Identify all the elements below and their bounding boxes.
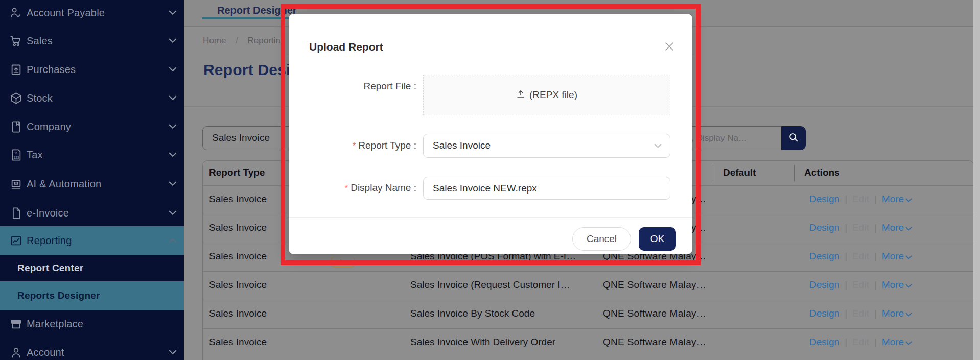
sidebar-item-tax[interactable]: %123 Tax: [0, 140, 184, 169]
book-bookmark-icon: [9, 120, 23, 134]
ok-button[interactable]: OK: [639, 227, 676, 251]
sidebar-item-reports-designer[interactable]: Reports Designer: [0, 281, 184, 310]
sidebar-item-marketplace[interactable]: Marketplace: [0, 310, 184, 338]
sidebar-item-company[interactable]: Company: [0, 112, 184, 141]
design-link[interactable]: Design: [809, 194, 839, 204]
cell-company: QNE Software Malay…: [603, 308, 706, 319]
design-link[interactable]: Design: [809, 337, 839, 347]
chevron-down-icon: [169, 67, 177, 72]
required-marker: *: [345, 183, 348, 193]
sidebar-item-account[interactable]: Account: [0, 338, 184, 360]
chevron-down-icon: [169, 210, 177, 215]
einv-badge: eInv: [331, 257, 355, 267]
cell-actions: Design|Edit|More: [809, 308, 912, 319]
more-link[interactable]: More: [882, 222, 912, 233]
cell-report-type: Sales Invoice: [209, 308, 267, 319]
design-link[interactable]: Design: [809, 308, 839, 319]
cancel-button[interactable]: Cancel: [572, 227, 631, 251]
upload-hint: (REPX file): [529, 89, 577, 101]
cell-display-name: Sales Invoice (Request Customer I…: [410, 279, 570, 291]
chevron-down-icon: [905, 279, 912, 283]
report-file-upload-dropzone[interactable]: (REPX file): [423, 75, 670, 115]
storefront-icon: [9, 317, 23, 331]
cell-report-type: Sales Invoice: [209, 194, 267, 205]
table-row: Sales Invoice Sales Invoice With Deliver…: [203, 328, 973, 357]
chevron-down-icon: [905, 251, 912, 255]
edit-link[interactable]: Edit: [852, 337, 869, 347]
clipboard-arrow-icon: [9, 63, 23, 77]
report-type-select[interactable]: Sales Invoice: [423, 134, 670, 158]
cell-display-name: Sales Invoice By Stock Code: [410, 308, 535, 319]
app-window: Account Payable Sales Purchases Stock Co…: [0, 0, 980, 360]
breadcrumb-separator: /: [236, 36, 238, 45]
cart-icon: [9, 34, 23, 48]
column-divider: [794, 165, 795, 181]
table-row: Sales Invoice Sales Invoice By Stock Cod…: [203, 300, 973, 329]
upload-icon: [516, 89, 525, 101]
sidebar-item-reporting[interactable]: Reporting: [0, 226, 184, 255]
modal-footer-divider: [289, 217, 692, 218]
close-icon[interactable]: [663, 40, 675, 53]
display-name-input[interactable]: [423, 177, 670, 200]
more-link[interactable]: More: [882, 279, 912, 290]
chevron-down-icon: [905, 337, 912, 341]
chevron-down-icon: [905, 194, 912, 198]
cell-report-type: Sales Invoice: [209, 279, 267, 291]
cell-actions: Design|Edit|More: [809, 279, 912, 291]
search-icon: [788, 137, 799, 145]
svg-text:%: %: [14, 151, 17, 155]
chevron-down-icon: [169, 10, 177, 15]
cell-display-name: Sales Invoice With Delivery Order: [410, 337, 555, 348]
more-link[interactable]: More: [882, 194, 912, 204]
more-link[interactable]: More: [882, 251, 912, 261]
table-row: Sales Invoice Sales Invoice (Request Cus…: [203, 271, 973, 300]
chevron-down-icon: [169, 181, 177, 186]
design-link[interactable]: Design: [809, 222, 839, 233]
sidebar-item-ai-automation[interactable]: AI & Automation: [0, 170, 184, 198]
required-marker: *: [353, 141, 356, 151]
chevron-down-icon: [654, 143, 662, 149]
edit-link[interactable]: Edit: [852, 308, 869, 319]
chart-icon: [9, 234, 23, 248]
svg-text:123: 123: [13, 155, 19, 159]
modal-title: Upload Report: [309, 41, 383, 53]
sidebar-item-report-center[interactable]: Report Center: [0, 255, 184, 281]
chevron-down-icon: [169, 95, 177, 101]
display-name-label: *Display Name :: [289, 182, 416, 194]
sidebar-item-sales[interactable]: Sales: [0, 27, 184, 55]
breadcrumb-home[interactable]: Home: [203, 36, 226, 45]
sidebar-item-stock[interactable]: Stock: [0, 84, 184, 112]
sidebar-item-account-payable[interactable]: Account Payable: [0, 0, 184, 27]
cell-report-type: Sales Invoice: [209, 337, 267, 348]
more-link[interactable]: More: [882, 308, 912, 319]
user-check-icon: [9, 6, 23, 20]
edit-link[interactable]: Edit: [852, 222, 869, 233]
scrollbar[interactable]: [973, 0, 980, 360]
sidebar-item-purchases[interactable]: Purchases: [0, 55, 184, 84]
chevron-down-icon: [169, 350, 177, 355]
edit-link[interactable]: Edit: [852, 279, 869, 290]
chevron-up-icon: [169, 238, 177, 243]
report-type-label: *Report Type :: [289, 140, 416, 151]
chevron-down-icon: [169, 38, 177, 43]
edit-link[interactable]: Edit: [852, 194, 869, 204]
robot-icon: [9, 177, 23, 191]
cell-company: QNE Software Malay…: [603, 337, 706, 348]
file-icon: [9, 206, 23, 220]
edit-link[interactable]: Edit: [852, 251, 869, 261]
column-divider: [713, 165, 713, 181]
design-link[interactable]: Design: [809, 251, 839, 261]
design-link[interactable]: Design: [809, 279, 839, 290]
cell-report-type: Sales Invoice: [209, 251, 267, 262]
tax-document-icon: %123: [9, 148, 23, 162]
sidebar: Account Payable Sales Purchases Stock Co…: [0, 0, 184, 360]
search-button[interactable]: [781, 126, 806, 150]
column-report-type: Report Type: [209, 167, 265, 178]
chevron-down-icon: [905, 222, 912, 226]
chevron-down-icon: [905, 308, 912, 312]
sidebar-item-e-invoice[interactable]: e-Invoice: [0, 199, 184, 227]
more-link[interactable]: More: [882, 337, 912, 347]
cell-actions: Design|Edit|More: [809, 337, 912, 348]
cell-actions: Design|Edit|More: [809, 222, 912, 233]
chevron-down-icon: [169, 124, 177, 129]
